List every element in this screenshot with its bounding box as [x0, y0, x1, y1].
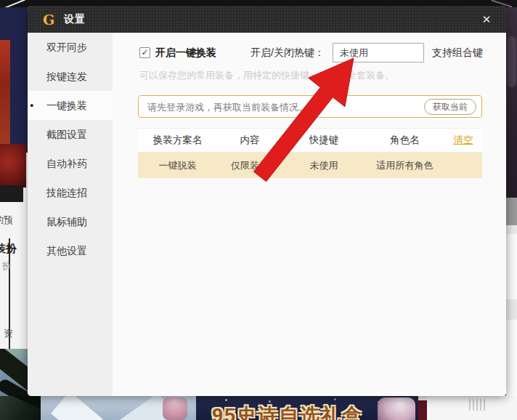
decorative-sparkle — [225, 399, 227, 401]
column-header-hotkey: 快捷键 — [282, 134, 365, 147]
background-right-image — [506, 7, 517, 198]
enable-checkbox-label[interactable]: 开启一键换装 — [155, 47, 216, 60]
clear-link-label[interactable]: 清空 — [453, 134, 473, 145]
column-header-plan-name: 换装方案名 — [138, 134, 217, 147]
settings-content: ✓ 开启一键换装 开启/关闭热键： 支持组合键 可以保存您的常用装备，用特定的快… — [113, 33, 506, 396]
column-header-role-name: 角色名 — [365, 134, 444, 147]
sidebar-item-skill-combo[interactable]: 技能连招 — [28, 178, 113, 207]
background-highlight — [508, 36, 516, 87]
table-header-row: 换装方案名 内容 快捷键 角色名 清空 — [138, 128, 482, 153]
background-left-image — [0, 40, 10, 149]
background-red-edge — [418, 400, 427, 420]
background-left-image — [0, 144, 26, 187]
sidebar-item-one-click-outfit[interactable]: ● 一键换装 — [28, 91, 113, 120]
clear-link[interactable]: 清空 — [444, 134, 482, 147]
promo-banner-text: 95史诗自选礼盒 — [212, 403, 363, 420]
outfit-plan-table: 换装方案名 内容 快捷键 角色名 清空 一键脱装 仅限装备 未使用 适用所有角色 — [138, 128, 482, 178]
background-game-scene — [41, 396, 198, 420]
active-bullet-icon: ● — [30, 91, 33, 120]
login-notice-text: 请先登录游戏，再获取当前装备情况。 — [147, 101, 308, 114]
cell-hotkey: 未使用 — [282, 159, 365, 172]
sidebar-item-label: 鼠标辅助 — [46, 216, 87, 227]
sidebar-item-key-repeat[interactable]: 按键连发 — [28, 62, 113, 91]
background-bottom-banner-row: 95史诗自选礼盒 — [0, 396, 517, 420]
background-block — [506, 234, 517, 299]
dialog-title: 设置 — [64, 13, 86, 26]
cell-content: 仅限装备 — [217, 159, 282, 172]
table-row[interactable]: 一键脱装 仅限装备 未使用 适用所有角色 — [138, 153, 482, 178]
sidebar-item-label: 截图设置 — [46, 129, 87, 140]
combo-support-note: 支持组合键 — [432, 47, 483, 60]
column-header-content: 内容 — [217, 134, 282, 147]
hotkey-field-label: 开启/关闭热键： — [251, 47, 325, 60]
sidebar-item-screenshot-settings[interactable]: 截图设置 — [28, 120, 113, 149]
sidebar-item-other-settings[interactable]: 其他设置 — [28, 236, 113, 265]
sidebar-item-dual-open-sync[interactable]: 双开同步 — [28, 33, 113, 62]
mountain-shape — [51, 396, 103, 420]
enable-row: ✓ 开启一键换装 开启/关闭热键： 支持组合键 — [113, 33, 506, 65]
cell-plan-name: 一键脱装 — [138, 159, 217, 172]
background-text-fragment: 装扮 — [0, 242, 17, 256]
close-icon[interactable]: ✕ — [479, 12, 494, 28]
sidebar-item-label: 一键换装 — [46, 100, 87, 111]
feature-description: 可以保存您的常用装备，用特定的快捷键一键更换全套装备。 — [139, 69, 394, 82]
settings-sidebar: 双开同步 按键连发 ● 一键换装 截图设置 自动补药 技能连招 鼠标辅助 其 — [28, 33, 113, 396]
fetch-current-button[interactable]: 获取当前 — [424, 99, 476, 115]
login-notice-box: 请先登录游戏，再获取当前装备情况。 获取当前 — [138, 95, 482, 118]
dialog-title-bar: G 设置 ✕ — [28, 6, 506, 33]
sidebar-item-label: 其他设置 — [46, 245, 87, 257]
sidebar-item-auto-potion[interactable]: 自动补药 — [28, 149, 113, 178]
sidebar-item-label: 技能连招 — [46, 187, 87, 198]
background-text-fragment: 的预 — [0, 214, 13, 227]
background-branch-image — [0, 396, 41, 420]
background-page-strip: 的预 装扮 扮 资 — [0, 202, 23, 352]
sidebar-item-label: 自动补药 — [46, 158, 87, 169]
background-bottom-right — [427, 396, 517, 420]
character-shape — [163, 397, 187, 420]
cell-role: 适用所有角色 — [365, 159, 444, 172]
background-text-fragment: 资 — [4, 327, 13, 340]
sidebar-item-mouse-assist[interactable]: 鼠标辅助 — [28, 207, 113, 236]
background-gray-fragment — [469, 399, 485, 411]
screen: 的预 装扮 扮 资 TV 公 送 95史诗自选礼盒 — [0, 0, 517, 420]
background-right-panel — [506, 225, 517, 320]
hotkey-input[interactable] — [333, 43, 424, 62]
background-promo-banner: 95史诗自选礼盒 — [196, 396, 418, 420]
sidebar-item-label: 按键连发 — [46, 70, 87, 82]
enable-checkbox[interactable]: ✓ — [139, 47, 150, 58]
background-text-fragment: 扮 — [2, 260, 11, 272]
settings-dialog: G 设置 ✕ 双开同步 按键连发 ● 一键换装 截图设置 自动补药 技能连招 — [28, 6, 506, 396]
app-logo-icon: G — [41, 12, 57, 28]
sidebar-item-label: 双开同步 — [46, 41, 87, 53]
background-right-band — [506, 198, 517, 225]
character-shape — [378, 397, 415, 420]
